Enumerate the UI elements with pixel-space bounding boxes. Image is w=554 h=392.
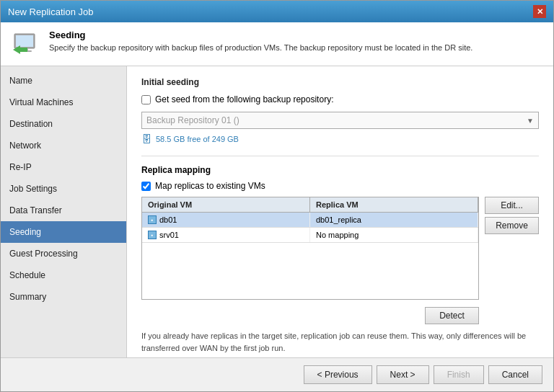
seed-checkbox-label[interactable]: Get seed from the following backup repos… [155, 94, 333, 104]
close-button[interactable]: ✕ [533, 5, 546, 18]
finish-button[interactable]: Finish [434, 365, 484, 384]
replica-vm-cell-1: No mapping [310, 228, 478, 242]
sidebar-item-summary[interactable]: Summary [1, 286, 126, 308]
sidebar-item-schedule[interactable]: Schedule [1, 264, 126, 286]
dialog-title: New Replication Job [8, 6, 94, 17]
sidebar-item-network[interactable]: Network [1, 135, 126, 156]
sidebar-item-guest-processing[interactable]: Guest Processing [1, 243, 126, 264]
vm-table-body: ▪ db01 db01_replica ▪ srv01 No mapping [142, 213, 478, 299]
separator [141, 156, 539, 156]
edit-button[interactable]: Edit... [485, 197, 539, 214]
replica-mapping-title: Replica mapping [141, 165, 539, 175]
disk-info-row: 🗄 58.5 GB free of 249 GB [141, 133, 539, 145]
sidebar-item-re-ip[interactable]: Re-IP [1, 156, 126, 178]
sidebar-item-seeding[interactable]: Seeding [1, 221, 126, 243]
body: Name Virtual Machines Destination Networ… [1, 66, 553, 357]
cancel-button[interactable]: Cancel [488, 365, 542, 384]
table-row[interactable]: ▪ srv01 No mapping [142, 228, 478, 243]
table-row[interactable]: ▪ db01 db01_replica [142, 213, 478, 228]
table-buttons: Edit... Remove [485, 197, 539, 300]
seed-checkbox[interactable] [141, 95, 151, 104]
info-text: If you already have replicas in the targ… [141, 330, 539, 354]
sidebar-item-job-settings[interactable]: Job Settings [1, 178, 126, 200]
map-replicas-checkbox[interactable] [141, 182, 151, 191]
detect-button[interactable]: Detect [425, 307, 479, 324]
seeding-icon [12, 30, 40, 58]
seed-checkbox-row: Get seed from the following backup repos… [141, 94, 539, 104]
original-vm-cell-1: ▪ srv01 [142, 228, 310, 242]
backup-repo-dropdown-row: Backup Repository 01 () ▼ [141, 112, 539, 129]
initial-seeding-title: Initial seeding [141, 77, 539, 87]
remove-button[interactable]: Remove [485, 217, 539, 234]
replica-vm-cell-0: db01_replica [310, 213, 478, 227]
previous-button[interactable]: < Previous [304, 365, 372, 384]
footer: < Previous Next > Finish Cancel [1, 357, 553, 391]
content-area: Initial seeding Get seed from the follow… [127, 66, 553, 357]
header-section: Seeding Specify the backup repository wi… [1, 22, 553, 66]
sidebar-item-data-transfer[interactable]: Data Transfer [1, 200, 126, 221]
svg-rect-1 [16, 35, 33, 47]
detect-btn-row: Detect [141, 307, 479, 324]
sidebar: Name Virtual Machines Destination Networ… [1, 66, 127, 357]
vm-icon-0: ▪ [148, 215, 157, 224]
backup-repo-dropdown[interactable]: Backup Repository 01 () ▼ [141, 112, 539, 129]
backup-repo-value: Backup Repository 01 () [146, 115, 239, 125]
dropdown-arrow-icon: ▼ [527, 117, 534, 125]
map-checkbox-row: Map replicas to existing VMs [141, 181, 539, 191]
sidebar-item-virtual-machines[interactable]: Virtual Machines [1, 92, 126, 113]
table-and-buttons: Original VM Replica VM ▪ db01 db01_repli… [141, 197, 539, 300]
sidebar-item-destination[interactable]: Destination [1, 113, 126, 135]
disk-info-text: 58.5 GB free of 249 GB [156, 135, 239, 143]
vm-table: Original VM Replica VM ▪ db01 db01_repli… [141, 197, 479, 300]
header-text: Seeding Specify the backup repository wi… [49, 30, 472, 53]
header-title: Seeding [49, 30, 472, 40]
disk-icon: 🗄 [141, 133, 151, 145]
title-bar: New Replication Job ✕ [1, 1, 553, 22]
original-vm-header: Original VM [142, 197, 310, 212]
header-description: Specify the backup repository with backu… [49, 43, 472, 53]
vm-icon-1: ▪ [148, 231, 157, 239]
dialog-window: New Replication Job ✕ Seeding Specify th… [0, 0, 554, 392]
replica-vm-header: Replica VM [310, 197, 478, 212]
next-button[interactable]: Next > [377, 365, 429, 384]
vm-table-header: Original VM Replica VM [142, 197, 478, 213]
original-vm-cell-0: ▪ db01 [142, 213, 310, 227]
map-replicas-label[interactable]: Map replicas to existing VMs [155, 181, 265, 191]
sidebar-item-name[interactable]: Name [1, 70, 126, 92]
